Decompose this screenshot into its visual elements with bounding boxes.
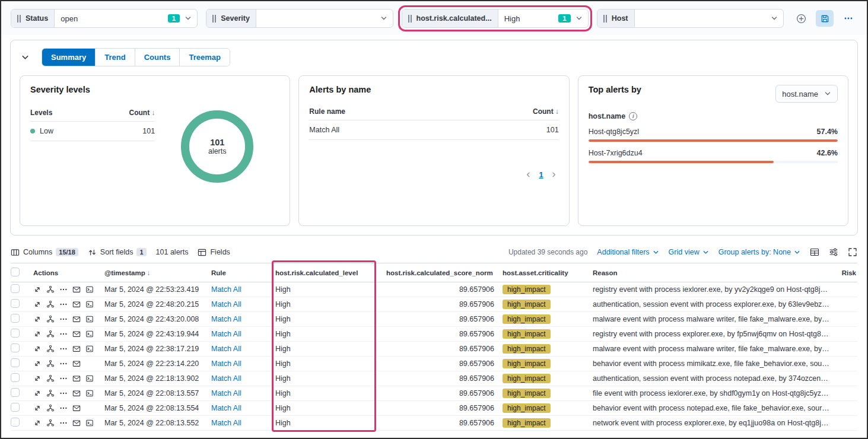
rule-link[interactable]: Match All	[211, 315, 241, 323]
expand-alert-icon[interactable]	[33, 404, 42, 412]
analyze-event-icon[interactable]	[46, 360, 55, 368]
count-column-header[interactable]: Count↓	[454, 103, 559, 120]
analyze-event-icon[interactable]	[46, 404, 55, 412]
more-actions-icon[interactable]	[59, 315, 68, 323]
row-checkbox[interactable]	[11, 403, 20, 412]
session-view-icon[interactable]	[85, 315, 94, 323]
more-actions-icon[interactable]	[59, 374, 68, 383]
grid-view-button[interactable]: Grid view	[669, 248, 709, 256]
analyze-event-icon[interactable]	[46, 374, 55, 383]
risk-score-column-header[interactable]: host.risk.calculated_score_norm	[386, 263, 503, 282]
more-actions-icon[interactable]	[59, 419, 68, 427]
expand-alert-icon[interactable]	[33, 315, 42, 323]
rule-link[interactable]: Match All	[211, 285, 241, 294]
expand-alert-icon[interactable]	[33, 389, 42, 397]
chevron-down-icon[interactable]	[771, 15, 778, 22]
more-actions-icon[interactable]	[59, 389, 68, 397]
chevron-down-icon[interactable]	[380, 15, 387, 22]
row-checkbox[interactable]	[11, 373, 20, 382]
rule-link[interactable]: Match All	[211, 330, 241, 338]
drag-handle-icon[interactable]	[603, 15, 607, 23]
rule-link[interactable]: Match All	[211, 374, 241, 383]
columns-button[interactable]: Columns 15/18	[11, 248, 78, 257]
criticality-column-header[interactable]: host.asset.criticality	[503, 263, 593, 282]
expand-alert-icon[interactable]	[33, 419, 42, 427]
row-checkbox[interactable]	[11, 418, 20, 427]
tab-counts[interactable]: Counts	[135, 49, 180, 66]
timestamp-column-header[interactable]: @timestamp↓	[104, 263, 211, 282]
chevron-down-icon[interactable]	[185, 15, 192, 22]
top-alerts-field-select[interactable]: host.name	[775, 85, 838, 103]
grid-icon[interactable]	[810, 247, 819, 257]
analyze-event-icon[interactable]	[46, 345, 55, 353]
more-actions-icon[interactable]	[59, 404, 68, 412]
analyze-event-icon[interactable]	[46, 419, 55, 427]
filter-status[interactable]: Status open 1	[11, 9, 198, 28]
row-checkbox[interactable]	[11, 329, 20, 338]
group-alerts-by-button[interactable]: Group alerts by: None	[718, 248, 800, 256]
tab-treemap[interactable]: Treemap	[179, 49, 229, 66]
analyze-event-icon[interactable]	[46, 389, 55, 397]
save-controls-button[interactable]	[816, 10, 834, 27]
timeline-icon[interactable]	[72, 330, 81, 338]
rule-link[interactable]: Match All	[211, 360, 241, 368]
controls-icon[interactable]	[829, 247, 838, 257]
fullscreen-icon[interactable]	[848, 247, 857, 257]
more-actions-icon[interactable]	[59, 300, 68, 308]
tab-summary[interactable]: Summary	[42, 49, 95, 66]
analyze-event-icon[interactable]	[46, 300, 55, 308]
timeline-icon[interactable]	[72, 345, 81, 353]
session-view-icon[interactable]	[85, 300, 94, 308]
more-actions-icon[interactable]	[59, 285, 68, 294]
row-checkbox[interactable]	[11, 299, 20, 308]
drag-handle-icon[interactable]	[408, 15, 412, 23]
timeline-icon[interactable]	[72, 404, 81, 412]
row-checkbox[interactable]	[11, 284, 20, 293]
row-checkbox[interactable]	[11, 343, 20, 352]
timeline-icon[interactable]	[72, 419, 81, 427]
session-view-icon[interactable]	[85, 419, 94, 427]
more-actions-icon[interactable]	[59, 345, 68, 353]
row-checkbox[interactable]	[11, 358, 20, 367]
select-all-checkbox[interactable]	[11, 268, 20, 276]
rule-link[interactable]: Match All	[211, 404, 241, 412]
info-icon[interactable]: i	[629, 112, 637, 120]
row-checkbox[interactable]	[11, 388, 20, 397]
expand-alert-icon[interactable]	[33, 374, 42, 383]
rule-link[interactable]: Match All	[211, 389, 241, 397]
sort-fields-button[interactable]: Sort fields 1	[88, 248, 147, 257]
session-view-icon[interactable]	[85, 389, 94, 397]
session-view-icon[interactable]	[85, 345, 94, 353]
page-number[interactable]: 1	[539, 170, 543, 179]
session-view-icon[interactable]	[85, 285, 94, 294]
drag-handle-icon[interactable]	[17, 15, 21, 23]
more-actions-icon[interactable]	[59, 360, 68, 368]
rule-link[interactable]: Match All	[211, 419, 241, 427]
rule-link[interactable]: Match All	[211, 345, 241, 353]
rule-column-header[interactable]: Rule	[211, 263, 275, 282]
additional-filters-button[interactable]: Additional filters	[597, 248, 659, 256]
filter-severity[interactable]: Severity	[206, 9, 393, 28]
timeline-icon[interactable]	[72, 360, 81, 368]
expand-alert-icon[interactable]	[33, 345, 42, 353]
session-view-icon[interactable]	[85, 374, 94, 383]
filter-host[interactable]: Host	[597, 9, 784, 28]
reason-column-header[interactable]: Reason	[593, 263, 835, 282]
analyze-event-icon[interactable]	[46, 315, 55, 323]
expand-alert-icon[interactable]	[33, 300, 42, 308]
more-options-icon[interactable]	[840, 10, 857, 27]
filter-host-risk-level[interactable]: host.risk.calculated... High 1	[402, 9, 589, 28]
more-actions-icon[interactable]	[59, 330, 68, 338]
risk-level-column-header[interactable]: host.risk.calculated_level	[275, 263, 386, 282]
timeline-icon[interactable]	[72, 300, 81, 308]
drag-handle-icon[interactable]	[212, 15, 216, 23]
expand-alert-icon[interactable]	[33, 330, 42, 338]
next-page-icon[interactable]	[551, 171, 557, 178]
timeline-icon[interactable]	[72, 315, 81, 323]
chevron-down-icon[interactable]	[576, 15, 583, 22]
expand-alert-icon[interactable]	[33, 360, 42, 368]
analyze-event-icon[interactable]	[46, 330, 55, 338]
timeline-icon[interactable]	[72, 285, 81, 294]
collapse-panel-icon[interactable]	[20, 52, 31, 63]
expand-alert-icon[interactable]	[33, 285, 42, 294]
